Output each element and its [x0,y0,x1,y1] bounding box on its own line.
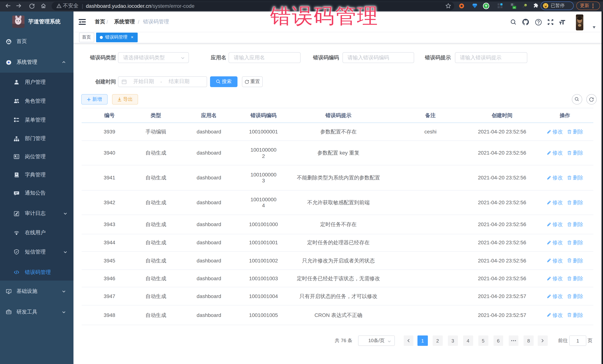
svg-text:on: on [513,6,515,9]
